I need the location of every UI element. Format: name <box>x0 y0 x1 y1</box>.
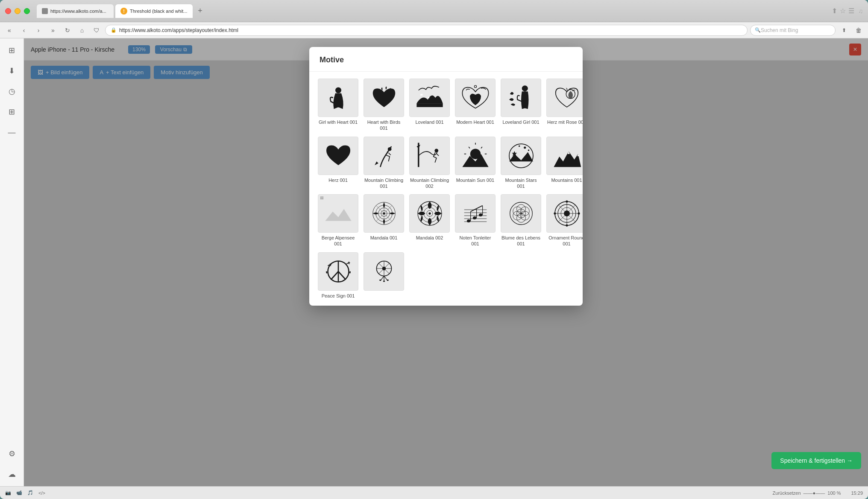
mountain-sun-svg <box>460 141 490 171</box>
address-bar[interactable]: 🔒 https://www.alkoto.com/apps/steplayout… <box>105 25 748 36</box>
tab-alkoto[interactable]: https://www.alkoto.com/a... <box>37 4 114 18</box>
motif-blume[interactable]: Blume des Lebens 001 <box>501 194 541 247</box>
sidebar-icon-bookmark[interactable]: ⊞ <box>5 44 19 57</box>
zoom-reset-label[interactable]: Zurücksetzen <box>773 490 801 496</box>
motif-dreamcatcher[interactable] <box>364 252 404 299</box>
motif-mountain-climbing-1[interactable]: Mountain Climbing 001 <box>364 137 404 190</box>
motif-peace-sign[interactable]: Peace Sign 001 <box>318 252 358 299</box>
motif-thumb-blume <box>501 194 541 233</box>
browser-window: https://www.alkoto.com/a... ! Threshold … <box>0 0 868 499</box>
sidebar-icon-grid[interactable]: ⊞ <box>5 105 19 119</box>
maximize-traffic-light[interactable] <box>24 8 30 14</box>
title-bar: https://www.alkoto.com/a... ! Threshold … <box>0 0 868 22</box>
motif-mandala1[interactable]: Mandala 001 <box>364 194 404 247</box>
motif-label-mountain-climb1: Mountain Climbing 001 <box>364 177 404 190</box>
svg-point-64 <box>578 213 580 215</box>
motif-mountain-sun[interactable]: Mountain Sun 001 <box>455 137 496 190</box>
tab-label-1: https://www.alkoto.com/a... <box>50 9 106 14</box>
svg-point-61 <box>566 201 568 203</box>
motif-herz[interactable]: Herz 001 <box>318 137 358 190</box>
motif-ornament[interactable]: Ornament Round 001 <box>546 194 583 247</box>
motif-mountain-climbing-2[interactable]: Mountain Climbing 002 <box>409 137 450 190</box>
motif-thumb-dreamcatcher <box>364 252 404 291</box>
svg-point-62 <box>566 225 568 227</box>
motif-thumb-heart-birds <box>364 79 404 117</box>
svg-point-19 <box>528 149 529 151</box>
motif-noten[interactable]: Noten Tonleiter 001 <box>455 194 496 247</box>
shield-button[interactable]: 🛡 <box>91 24 103 36</box>
app-main: Apple iPhone - 11 Pro - Kirsche 130% Vor… <box>24 38 868 486</box>
browser-share-icon[interactable]: ⬆ <box>832 7 837 15</box>
sidebar-icon-download[interactable]: ⬇ <box>5 64 19 78</box>
ornament-svg <box>552 198 582 228</box>
nav-extra-1[interactable]: ⬆ <box>838 24 850 36</box>
sidebar-icon-minus[interactable]: — <box>5 125 19 139</box>
svg-rect-3 <box>420 94 422 96</box>
reload-button[interactable]: ↻ <box>62 24 73 36</box>
save-button[interactable]: Speichern & fertigstellen → <box>771 452 861 469</box>
motif-label-mountains: Mountains 001 <box>551 177 582 183</box>
zoom-slider-control[interactable]: ——●—— <box>803 490 825 496</box>
heart-birds-svg <box>369 83 399 113</box>
motif-heart-with-birds[interactable]: Heart with Birds 001 <box>364 79 404 131</box>
motif-girl-with-heart[interactable]: Girl with Heart 001 <box>318 79 358 131</box>
sidebar-icon-history[interactable]: ◷ <box>5 85 19 98</box>
back-button[interactable]: « <box>3 24 15 36</box>
motif-label-loveland: Loveland 001 <box>415 119 443 125</box>
svg-line-12 <box>481 147 482 149</box>
motif-thumb-herz-rose <box>546 79 583 117</box>
motif-loveland-girl[interactable]: Loveland Girl 001 <box>501 79 541 131</box>
modal-body: Girl with Heart 001 <box>309 72 583 306</box>
minimize-traffic-light[interactable] <box>15 8 21 14</box>
browser-music-icon[interactable]: ♫ <box>859 8 863 15</box>
svg-point-5 <box>474 85 476 88</box>
nav-bar: « ‹ › » ↻ ⌂ 🛡 🔒 https://www.alkoto.com/a… <box>0 22 868 38</box>
svg-rect-2 <box>416 103 443 107</box>
svg-point-9 <box>434 149 438 152</box>
svg-point-63 <box>554 213 556 215</box>
motif-thumb-mountain-stars <box>501 137 541 175</box>
motif-modern-heart[interactable]: Modern Heart 001 <box>455 79 496 131</box>
motif-mountains[interactable]: Mountains 001 <box>546 137 583 190</box>
svg-point-39 <box>466 219 471 222</box>
nav-back-button[interactable]: ‹ <box>18 24 30 36</box>
nav-forward-skip-button[interactable]: » <box>47 24 59 36</box>
tab-warning-icon: ! <box>120 8 127 15</box>
status-icon-4: </> <box>38 490 45 496</box>
motif-thumb-mandala2 <box>409 194 450 233</box>
motif-loveland[interactable]: Loveland 001 <box>409 79 450 131</box>
motif-thumb-noten <box>455 194 496 233</box>
motif-thumb-mountain-sun <box>455 137 496 175</box>
browser-reading-icon[interactable]: ☰ <box>848 7 854 15</box>
svg-line-13 <box>469 147 470 149</box>
modal-title: Motive <box>309 47 583 72</box>
motif-thumb-berge: 🖼 <box>318 194 358 233</box>
motif-thumb-herz <box>318 137 358 175</box>
mountain-climb2-svg <box>415 141 445 171</box>
svg-point-43 <box>478 213 483 216</box>
zoom-control: Zurücksetzen ——●—— 100 % <box>773 490 841 496</box>
motif-thumb-mountains <box>546 137 583 175</box>
nav-extra-2[interactable]: 🗑 <box>853 24 865 36</box>
sidebar-icon-cloud[interactable]: ☁ <box>5 467 19 481</box>
motif-herz-rose[interactable]: Herz mit Rose 001 <box>546 79 583 131</box>
browser-bookmark-icon[interactable]: ☆ <box>840 7 846 15</box>
motif-berge-alpensee[interactable]: 🖼 Berge Alpensee 001 <box>318 194 358 247</box>
motif-label-heart-birds: Heart with Birds 001 <box>364 119 404 131</box>
tab-threshold[interactable]: ! Threshold (black and whit... <box>115 4 193 18</box>
url-text: https://www.alkoto.com/apps/steplayouter… <box>119 27 238 33</box>
traffic-lights <box>5 8 30 14</box>
home-button[interactable]: ⌂ <box>76 24 88 36</box>
status-time: 15:29 <box>851 490 863 496</box>
search-bar[interactable]: 🔍 Suchen mit Bing <box>750 25 836 36</box>
motif-mandala2[interactable]: Mandala 002 <box>409 194 450 247</box>
motif-mountain-stars[interactable]: Mountain Stars 001 <box>501 137 541 190</box>
motif-label-loveland-girl: Loveland Girl 001 <box>502 119 539 125</box>
sidebar-icon-settings[interactable]: ⚙ <box>5 447 19 461</box>
svg-point-0 <box>335 88 341 93</box>
new-tab-button[interactable]: + <box>194 5 206 17</box>
close-traffic-light[interactable] <box>5 8 11 14</box>
dreamcatcher-svg <box>369 257 399 286</box>
blume-svg <box>506 198 536 228</box>
nav-forward-button[interactable]: › <box>32 24 44 36</box>
